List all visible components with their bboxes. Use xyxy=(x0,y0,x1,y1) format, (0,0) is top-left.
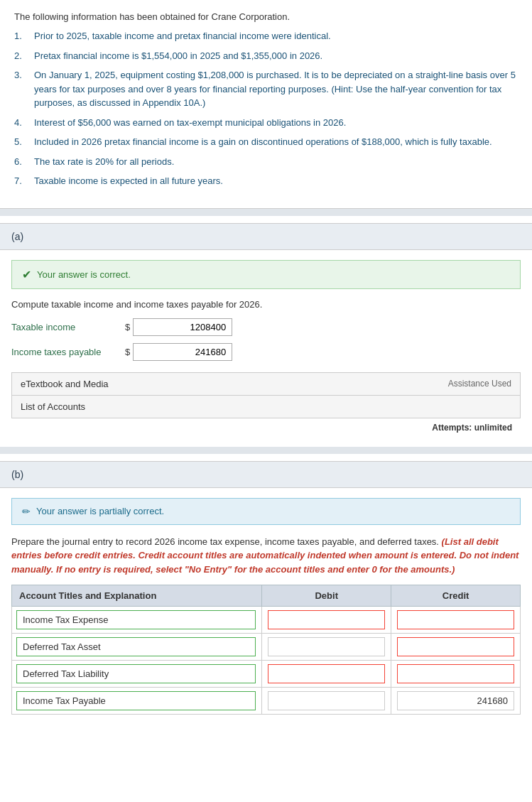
debit-input[interactable] xyxy=(268,691,385,710)
list-item: 6. The tax rate is 20% for all periods. xyxy=(14,155,518,169)
item-text: The tax rate is 20% for all periods. xyxy=(34,155,518,169)
debit-input[interactable] xyxy=(268,610,385,629)
item-num: 1. xyxy=(14,29,34,43)
item-text: Taxable income is expected in all future… xyxy=(34,174,518,188)
list-item: 2. Pretax financial income is $1,554,000… xyxy=(14,49,518,63)
col-account-header: Account Titles and Explanation xyxy=(12,585,262,607)
credit-input[interactable] xyxy=(397,691,514,710)
income-taxes-label: Income taxes payable xyxy=(11,347,125,357)
etextbook-row: eTextbook and Media Assistance Used xyxy=(12,373,520,396)
instructions-main: Prepare the journal entry to record 2026… xyxy=(11,536,439,547)
item-text: On January 1, 2025, equipment costing $1… xyxy=(34,68,518,110)
item-num: 3. xyxy=(14,68,34,110)
compute-label: Compute taxable income and income taxes … xyxy=(11,299,521,310)
taxable-income-label: Taxable income xyxy=(11,322,125,332)
item-text: Interest of $56,000 was earned on tax-ex… xyxy=(34,116,518,130)
part-b-label: (b) xyxy=(11,469,23,480)
credit-input[interactable] xyxy=(397,637,514,656)
dollar-sign-2: $ xyxy=(125,347,130,357)
dollar-sign: $ xyxy=(125,322,130,332)
account-title-input[interactable] xyxy=(16,691,256,710)
correct-message: Your answer is correct. xyxy=(37,269,131,280)
list-accounts-label[interactable]: List of Accounts xyxy=(21,401,85,412)
debit-input[interactable] xyxy=(268,637,385,656)
item-text: Prior to 2025, taxable income and pretax… xyxy=(34,29,518,43)
toolbar: eTextbook and Media Assistance Used List… xyxy=(11,372,521,418)
partial-message: Your answer is partially correct. xyxy=(36,506,164,516)
account-title-input[interactable] xyxy=(16,610,256,629)
attempts-label: Attempts: unlimited xyxy=(432,423,512,433)
account-title-input[interactable] xyxy=(16,664,256,683)
info-list: 1. Prior to 2025, taxable income and pre… xyxy=(14,29,518,188)
taxable-income-row: Taxable income $ xyxy=(11,318,521,336)
list-accounts-row[interactable]: List of Accounts xyxy=(12,396,520,418)
instructions-text: Prepare the journal entry to record 2026… xyxy=(11,535,521,577)
debit-input[interactable] xyxy=(268,664,385,683)
journal-table: Account Titles and Explanation Debit Cre… xyxy=(11,585,521,715)
item-text: Included in 2026 pretax financial income… xyxy=(34,135,518,149)
etextbook-label[interactable]: eTextbook and Media xyxy=(21,379,109,389)
credit-input[interactable] xyxy=(397,610,514,629)
part-b-answer-box: ✏ Your answer is partially correct. Prep… xyxy=(0,488,532,725)
info-section: The following information has been obtai… xyxy=(0,0,532,209)
assistance-label[interactable]: Assistance Used xyxy=(448,379,511,389)
part-b-header: (b) xyxy=(0,461,532,488)
list-item: 7. Taxable income is expected in all fut… xyxy=(14,174,518,188)
pencil-icon: ✏ xyxy=(22,506,31,517)
item-num: 2. xyxy=(14,49,34,63)
item-num: 5. xyxy=(14,135,34,149)
col-debit-header: Debit xyxy=(262,585,391,607)
income-taxes-input[interactable] xyxy=(133,343,232,361)
account-title-input[interactable] xyxy=(16,637,256,656)
item-text: Pretax financial income is $1,554,000 in… xyxy=(34,49,518,63)
credit-input[interactable] xyxy=(397,664,514,683)
list-item: 1. Prior to 2025, taxable income and pre… xyxy=(14,29,518,43)
intro-text: The following information has been obtai… xyxy=(14,11,518,22)
list-item: 5. Included in 2026 pretax financial inc… xyxy=(14,135,518,149)
taxable-income-input[interactable] xyxy=(133,318,232,336)
item-num: 7. xyxy=(14,174,34,188)
list-item: 3. On January 1, 2025, equipment costing… xyxy=(14,68,518,110)
item-num: 4. xyxy=(14,116,34,130)
correct-banner: ✔ Your answer is correct. xyxy=(11,260,521,289)
part-a-header: (a) xyxy=(0,223,532,250)
list-item: 4. Interest of $56,000 was earned on tax… xyxy=(14,116,518,130)
attempts-row: Attempts: unlimited xyxy=(11,418,521,437)
col-credit-header: Credit xyxy=(391,585,521,607)
part-a-label: (a) xyxy=(11,231,23,242)
partial-banner: ✏ Your answer is partially correct. xyxy=(11,498,521,525)
check-icon: ✔ xyxy=(22,268,31,281)
income-taxes-row: Income taxes payable $ xyxy=(11,343,521,361)
section-divider-2 xyxy=(0,447,532,454)
section-divider xyxy=(0,209,532,216)
part-a-answer-box: ✔ Your answer is correct. Compute taxabl… xyxy=(0,250,532,447)
item-num: 6. xyxy=(14,155,34,169)
